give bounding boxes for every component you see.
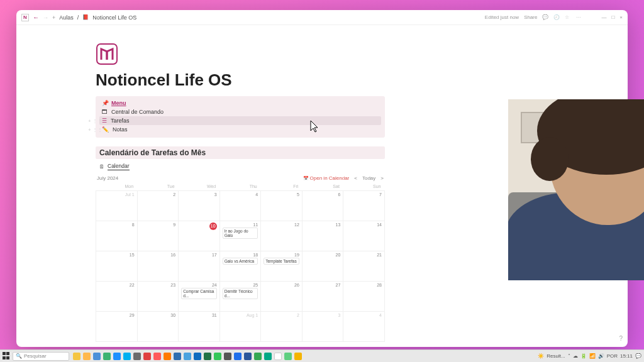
minimize-button[interactable]: — (601, 14, 606, 20)
page-title[interactable]: Notioncel Life OS (96, 70, 385, 90)
taskbar-app-icon[interactable] (143, 353, 151, 360)
day-cell[interactable]: 4 (219, 191, 261, 221)
day-cell[interactable]: 28 (343, 282, 385, 312)
help-button[interactable]: ? (619, 335, 623, 342)
maximize-button[interactable]: □ (611, 14, 614, 20)
taskbar-app-icon[interactable] (174, 353, 181, 360)
day-cell[interactable]: 26 (261, 282, 303, 312)
day-cell[interactable]: Aug 1 (219, 312, 261, 342)
taskbar-app-icon[interactable] (123, 353, 131, 360)
event-chip[interactable]: Demitir Técnico d... (223, 288, 258, 299)
day-cell[interactable]: 27 (302, 282, 343, 312)
taskbar-app-icon[interactable] (103, 353, 111, 360)
day-cell[interactable]: 7 (343, 191, 385, 221)
day-cell[interactable]: 11 Ir ao Jogo do Galo (219, 221, 261, 251)
taskbar-app-icon[interactable] (153, 353, 161, 360)
block-handle[interactable]: +⋮⋮ (88, 118, 103, 124)
tray-sound-icon[interactable]: 🔊 (598, 353, 604, 359)
menu-item-central[interactable]: 🗔 Central de Comando (99, 107, 381, 116)
taskbar-app-icon[interactable] (224, 353, 231, 360)
taskbar-app-icon[interactable] (133, 353, 141, 360)
day-cell[interactable]: 9 (137, 221, 179, 251)
start-button[interactable] (3, 352, 11, 361)
tray-battery-icon[interactable]: 🔋 (580, 353, 587, 359)
share-button[interactable]: Share (524, 14, 537, 20)
taskbar-app-icon[interactable] (73, 353, 80, 360)
day-cell[interactable]: 14 (343, 221, 385, 251)
close-button[interactable]: × (619, 14, 623, 20)
day-cell[interactable]: 22 (96, 282, 138, 312)
day-cell[interactable]: 6 (302, 191, 343, 221)
more-icon[interactable]: ⋯ (576, 14, 582, 21)
day-cell[interactable]: 21 (343, 251, 385, 282)
taskbar-app-icon[interactable] (234, 353, 242, 360)
taskbar-app-icon[interactable] (274, 353, 282, 360)
next-month-button[interactable]: > (380, 175, 384, 181)
day-cell[interactable]: 8 (96, 221, 138, 251)
day-cell[interactable]: 20 (302, 251, 343, 282)
comment-icon[interactable]: 💬 (542, 14, 548, 21)
view-tab-calendar[interactable]: Calendar (108, 163, 130, 170)
taskbar-app-icon[interactable] (184, 353, 191, 360)
day-cell[interactable]: 2 (137, 191, 179, 221)
taskbar-app-icon[interactable] (284, 353, 292, 360)
tray-weather-label[interactable]: Result... (547, 353, 565, 359)
day-cell[interactable]: 16 (137, 251, 179, 282)
star-icon[interactable]: ☆ (565, 14, 571, 21)
day-cell[interactable]: 3 (302, 312, 343, 342)
forward-button[interactable]: → (43, 14, 48, 21)
day-cell[interactable]: 29 (96, 312, 138, 342)
today-button[interactable]: Today (362, 175, 375, 181)
prev-month-button[interactable]: < (354, 175, 357, 181)
day-cell[interactable]: 2 (261, 312, 303, 342)
page-icon[interactable] (96, 43, 118, 65)
day-cell[interactable]: 13 (302, 221, 343, 251)
day-cell[interactable]: 24 Comprar Camisa d... (179, 282, 220, 312)
taskbar-app-icon[interactable] (83, 353, 91, 360)
taskbar-app-icon[interactable] (214, 353, 221, 360)
event-chip[interactable]: Galo vs América (223, 258, 258, 265)
day-cell[interactable]: 10 (179, 221, 220, 251)
taskbar-search[interactable]: 🔍 Pesquisar (13, 352, 69, 361)
tray-wifi-icon[interactable]: 📶 (589, 353, 596, 359)
calendar-section-heading[interactable]: Calendário de Tarefas do Mês (96, 146, 385, 159)
database-view-tabs[interactable]: 🗓 Calendar (96, 162, 385, 172)
tray-weather-icon[interactable]: ☀️ (538, 353, 544, 359)
day-cell[interactable]: 5 (261, 191, 303, 221)
block-handle[interactable]: +⋮⋮ (88, 127, 103, 133)
clock-icon[interactable]: 🕘 (553, 14, 560, 21)
breadcrumb-page[interactable]: Notioncel Life OS (92, 14, 136, 21)
menu-item-tarefas[interactable]: +⋮⋮ ☰ Tarefas (99, 116, 381, 125)
tray-lang[interactable]: POR (607, 353, 618, 359)
taskbar-app-icon[interactable] (93, 353, 101, 360)
menu-heading-row[interactable]: 📌 Menu (99, 99, 381, 107)
day-cell[interactable]: 31 (179, 312, 220, 342)
taskbar-app-icon[interactable] (204, 353, 211, 360)
taskbar-app-icon[interactable] (264, 353, 272, 360)
day-cell[interactable]: 25 Demitir Técnico d... (219, 282, 261, 312)
taskbar-app-icon[interactable] (294, 353, 302, 360)
menu-item-notas[interactable]: +⋮⋮ ✏️ Notas (99, 125, 381, 134)
day-cell[interactable]: 12 (261, 221, 303, 251)
taskbar-app-icon[interactable] (164, 353, 171, 360)
day-cell[interactable]: 19 Template Tarefas (261, 251, 303, 282)
day-cell[interactable]: 3 (179, 191, 220, 221)
day-cell[interactable]: Jul 1 (96, 191, 138, 221)
day-cell[interactable]: 23 (137, 282, 179, 312)
back-button[interactable]: ← (33, 14, 39, 21)
day-cell[interactable]: 30 (137, 312, 179, 342)
event-chip[interactable]: Comprar Camisa d... (181, 288, 217, 299)
new-tab-button[interactable]: + (52, 14, 55, 21)
tray-onedrive-icon[interactable]: ☁ (573, 353, 578, 359)
taskbar-app-icon[interactable] (113, 353, 121, 360)
tray-chevron-icon[interactable]: ˄ (568, 353, 570, 359)
breadcrumb-parent[interactable]: Aulas (59, 14, 74, 21)
tray-notification-icon[interactable]: 💬 (635, 353, 641, 359)
day-cell[interactable]: 17 (179, 251, 220, 282)
day-cell[interactable]: 4 (343, 312, 385, 342)
open-in-calendar-button[interactable]: Open in Calendar (303, 175, 350, 181)
event-chip[interactable]: Template Tarefas (264, 258, 299, 265)
taskbar-app-icon[interactable] (254, 353, 262, 360)
day-cell[interactable]: 15 (96, 251, 138, 282)
day-cell[interactable]: 18 Galo vs América (219, 251, 261, 282)
